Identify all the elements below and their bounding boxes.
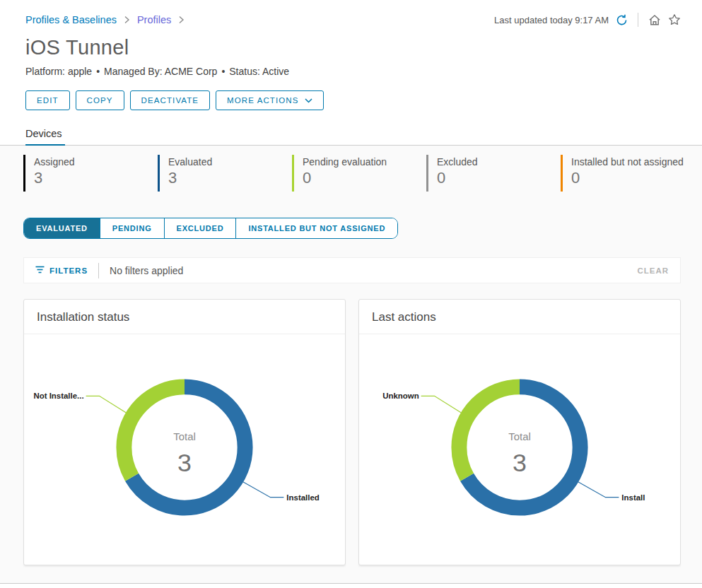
last-updated-text: Last updated today 9:17 AM (494, 15, 609, 25)
slice-label-installed: Installed (286, 493, 319, 502)
separator-dot: • (221, 66, 225, 77)
status-text: Status: Active (229, 66, 289, 77)
leader-line (243, 482, 284, 498)
last-actions-card: Last actions Total 3 Unknown Install (358, 299, 681, 565)
donut-center-label: Total (508, 430, 531, 442)
action-buttons: EDIT COPY DEACTIVATE MORE ACTIONS (25, 90, 681, 110)
slice-label-not-installed: Not Installe... (33, 392, 83, 400)
stat-value: 3 (168, 169, 286, 187)
leader-line (421, 396, 463, 413)
stat-label: Evaluated (168, 156, 286, 167)
installation-status-card: Installation status Total 3 Not Installe… (23, 299, 346, 565)
filters-label: FILTERS (49, 266, 88, 275)
slice-label-install: Install (621, 493, 645, 502)
filters-button[interactable]: FILTERS (35, 266, 88, 275)
donut-center-value: 3 (177, 449, 192, 477)
tab-devices[interactable]: Devices (25, 125, 65, 146)
card-title: Installation status (24, 300, 345, 334)
filter-icon (35, 266, 45, 275)
stats-row: Assigned 3 Evaluated 3 Pending evaluatio… (23, 155, 702, 192)
separator-dot: • (96, 66, 100, 77)
stat-label: Excluded (437, 156, 555, 167)
more-actions-label: MORE ACTIONS (227, 96, 298, 105)
stat-label: Pending evaluation (303, 156, 421, 167)
tab-bar: Devices (0, 125, 702, 146)
card-body: Total 3 Not Installe... Installed (24, 334, 345, 565)
stat-assigned: Assigned 3 (23, 155, 158, 192)
copy-button[interactable]: COPY (76, 90, 124, 110)
home-icon[interactable] (648, 13, 661, 26)
profile-subtitle: Platform: apple•Managed By: ACME Corp•St… (25, 66, 681, 77)
page-meta: Last updated today 9:17 AM (494, 13, 681, 27)
more-actions-button[interactable]: MORE ACTIONS (216, 90, 323, 110)
divider (98, 263, 99, 278)
donut-center-value: 3 (513, 449, 527, 477)
donut-center-label: Total (173, 430, 196, 442)
filter-tab-pending[interactable]: PENDING (100, 218, 165, 238)
stat-excluded: Excluded 0 (426, 155, 561, 192)
card-body: Total 3 Unknown Install (359, 334, 680, 565)
top-bar: Profiles & Baselines Profiles Last updat… (25, 13, 681, 27)
managed-by-text: Managed By: ACME Corp (104, 66, 217, 77)
filter-tab-evaluated[interactable]: EVALUATED (24, 218, 100, 238)
clear-filters-button[interactable]: CLEAR (637, 266, 669, 275)
star-icon[interactable] (668, 13, 681, 26)
stat-value: 0 (303, 169, 421, 187)
filter-status-text: No filters applied (110, 265, 183, 276)
filter-tab-installed-not-assigned[interactable]: INSTALLED BUT NOT ASSIGNED (236, 218, 397, 238)
filter-bar: FILTERS No filters applied CLEAR (23, 257, 681, 283)
installation-status-donut-chart[interactable]: Total 3 Not Installe... Installed (24, 334, 345, 565)
breadcrumb-profiles[interactable]: Profiles (137, 14, 171, 25)
edit-button[interactable]: EDIT (25, 90, 70, 110)
stat-pending-evaluation: Pending evaluation 0 (292, 155, 426, 192)
stat-label: Installed but not assigned (571, 156, 689, 167)
page-header: Profiles & Baselines Profiles Last updat… (0, 0, 702, 146)
stat-value: 0 (571, 169, 689, 187)
chevron-down-icon (305, 96, 312, 105)
chevron-right-icon (178, 16, 185, 24)
page-title: iOS Tunnel (25, 36, 681, 59)
profile-details-page: Profiles & Baselines Profiles Last updat… (0, 0, 702, 588)
stat-value: 0 (437, 169, 555, 187)
chevron-right-icon (124, 16, 130, 24)
devices-tab-content: Assigned 3 Evaluated 3 Pending evaluatio… (0, 146, 702, 583)
stat-installed-not-assigned: Installed but not assigned 0 (561, 155, 695, 192)
platform-text: Platform: apple (25, 66, 92, 77)
stat-label: Assigned (34, 156, 152, 167)
stat-value: 3 (34, 169, 152, 187)
page-bottom-divider (0, 583, 702, 588)
refresh-icon[interactable] (616, 14, 628, 26)
divider (638, 13, 638, 27)
breadcrumb: Profiles & Baselines Profiles (25, 14, 185, 25)
stat-evaluated: Evaluated 3 (158, 155, 292, 192)
leader-line (578, 482, 619, 498)
filter-tab-excluded[interactable]: EXCLUDED (165, 218, 237, 238)
deactivate-button[interactable]: DEACTIVATE (130, 90, 211, 110)
charts-row: Installation status Total 3 Not Installe… (23, 299, 681, 565)
last-actions-donut-chart[interactable]: Total 3 Unknown Install (359, 334, 680, 565)
card-title: Last actions (359, 300, 680, 334)
device-status-filter-tabs: EVALUATED PENDING EXCLUDED INSTALLED BUT… (23, 218, 398, 239)
slice-label-unknown: Unknown (382, 392, 419, 400)
breadcrumb-profiles-and-baselines[interactable]: Profiles & Baselines (25, 14, 117, 25)
leader-line (86, 396, 128, 413)
